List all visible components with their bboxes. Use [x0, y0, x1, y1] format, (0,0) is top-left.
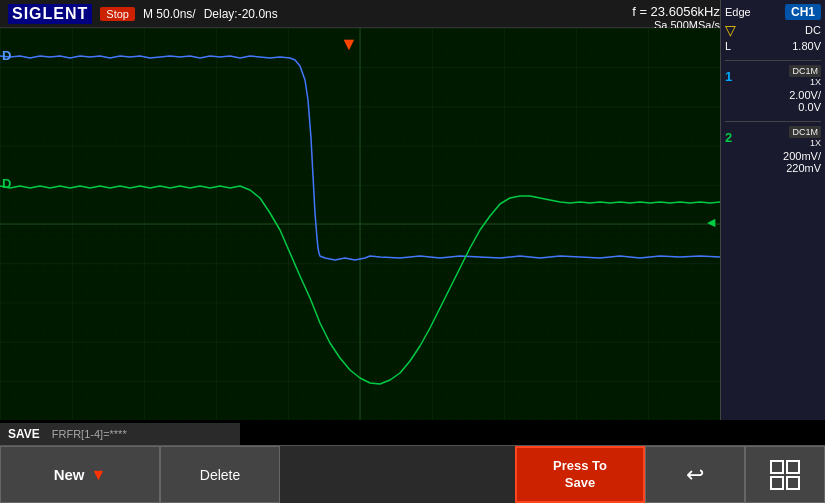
waveform-area: ▼ D D ◄: [0, 28, 720, 420]
trigger-position-marker: ▼: [340, 34, 358, 55]
delete-button-label: Delete: [200, 467, 240, 483]
ch1-probe: 1X: [789, 77, 821, 87]
grid-menu-button[interactable]: [745, 446, 825, 503]
svg-rect-8: [787, 477, 799, 489]
dropdown-arrow-icon: ▼: [91, 466, 107, 484]
save-text: SAVE: [8, 427, 40, 441]
ch2-settings: 2 DC1M 1X 200mV/ 220mV: [725, 121, 821, 174]
waveform-svg: [0, 28, 720, 420]
edge-label: Edge: [725, 6, 751, 18]
trigger-coupling-row: ▽ DC: [725, 22, 821, 38]
new-button[interactable]: New ▼: [0, 446, 160, 503]
frfr-text: FRFR[1-4]=****: [52, 428, 127, 440]
right-panel: Edge CH1 ▽ DC L 1.80V 1 DC1M 1X 2.00V/ 0…: [720, 0, 825, 420]
trigger-coupling: DC: [805, 24, 821, 36]
ch1-ground-marker: D: [2, 48, 11, 63]
back-button[interactable]: ↩: [645, 446, 745, 503]
ch1-scale: 2.00V/: [725, 89, 821, 101]
ch2-scale: 200mV/: [725, 150, 821, 162]
timebase-info: M 50.0ns/: [143, 7, 196, 21]
ch2-number: 2: [725, 130, 732, 145]
new-button-label: New: [54, 466, 85, 483]
ch2-coupling: DC1M: [789, 126, 821, 138]
ch1-number: 1: [725, 69, 732, 84]
bottom-bar: New ▼ Delete Press ToSave ↩: [0, 445, 825, 503]
press-save-label: Press ToSave: [553, 458, 607, 492]
svg-rect-7: [771, 477, 783, 489]
ch2-probe: 1X: [789, 138, 821, 148]
top-bar: SIGLENT Stop M 50.0ns/ Delay:-20.0ns: [0, 0, 720, 28]
delay-info: Delay:-20.0ns: [204, 7, 278, 21]
ch2-offset: 220mV: [725, 162, 821, 174]
ch1-offset: 0.0V: [725, 101, 821, 113]
level-value: 1.80V: [792, 40, 821, 52]
trigger-row: Edge CH1: [725, 4, 821, 20]
stop-badge: Stop: [100, 7, 135, 21]
trigger-arrow-icon: ▽: [725, 22, 736, 38]
spacer: [280, 446, 515, 503]
oscilloscope-display: SIGLENT Stop M 50.0ns/ Delay:-20.0ns f =…: [0, 0, 825, 503]
trigger-channel: CH1: [785, 4, 821, 20]
ch1-settings: 1 DC1M 1X 2.00V/ 0.0V: [725, 60, 821, 113]
save-label-area: SAVE FRFR[1-4]=****: [0, 423, 240, 445]
siglent-logo: SIGLENT: [8, 4, 92, 24]
svg-rect-6: [787, 461, 799, 473]
trigger-level-row: L 1.80V: [725, 40, 821, 52]
delete-button[interactable]: Delete: [160, 446, 280, 503]
level-label: L: [725, 40, 731, 52]
ch2-ground-marker: D: [2, 176, 11, 191]
grid-icon: [769, 459, 801, 491]
back-icon: ↩: [686, 462, 704, 488]
freq-value: f = 23.6056kHz: [632, 4, 720, 19]
ch1-coupling: DC1M: [789, 65, 821, 77]
ch2-right-arrow: ◄: [704, 214, 718, 230]
press-to-save-button[interactable]: Press ToSave: [515, 446, 645, 503]
svg-rect-5: [771, 461, 783, 473]
